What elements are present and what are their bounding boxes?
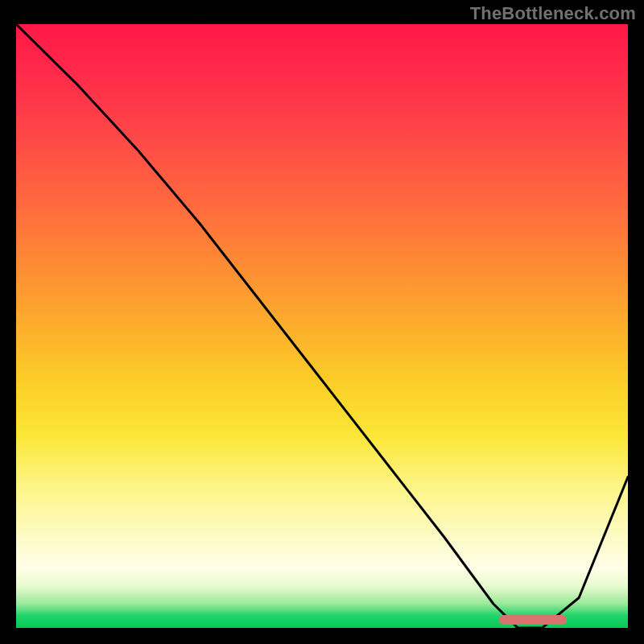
plot-area	[16, 24, 628, 628]
attribution-label: TheBottleneck.com	[470, 3, 636, 24]
bottleneck-curve	[16, 24, 628, 628]
curve-path	[16, 24, 628, 628]
chart-frame: TheBottleneck.com	[0, 0, 644, 644]
optimal-range-marker	[499, 615, 567, 625]
